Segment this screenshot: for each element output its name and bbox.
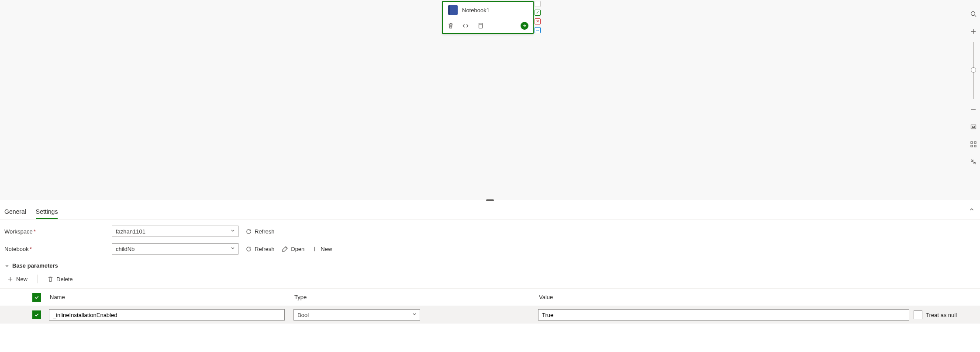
col-name: Name [49,294,293,300]
canvas-toolbar [967,5,980,171]
refresh-label: Refresh [255,246,275,252]
params-toolbar: New Delete [0,269,980,288]
param-new-button[interactable]: New [7,276,28,282]
search-icon[interactable] [967,5,980,23]
notebook-select[interactable]: childNb [112,243,238,254]
zoom-slider[interactable] [973,42,974,99]
divider [37,275,38,283]
chevron-down-icon [230,246,235,252]
activity-node[interactable]: Notebook1 [442,1,534,34]
svg-rect-4 [974,142,976,143]
treat-as-null[interactable]: Treat as null [914,310,975,319]
activity-header: Notebook1 [443,2,533,19]
notebook-row: Notebook* childNb Refresh Open New [4,243,976,254]
settings-form: Workspace* fazhan1101 Refresh Notebook* … [0,220,980,259]
panel-collapse-icon[interactable] [969,206,975,214]
notebook-open-button[interactable]: Open [282,246,305,252]
chevron-down-icon [412,312,417,318]
param-type-select[interactable]: Bool [293,309,420,321]
status-skip-icon[interactable]: → [535,27,541,33]
base-params-header[interactable]: Base parameters [0,259,980,269]
delete-icon[interactable] [447,22,454,29]
workspace-label: Workspace* [4,228,105,235]
properties-panel: General Settings Workspace* fazhan1101 R… [0,201,980,352]
zoom-thumb[interactable] [971,67,976,73]
zoom-in-icon[interactable] [967,23,980,40]
chevron-down-icon [230,228,235,235]
svg-rect-2 [971,125,976,129]
svg-point-1 [971,12,975,16]
workspace-label-text: Workspace [4,228,33,235]
workspace-row: Workspace* fazhan1101 Refresh [4,226,976,237]
col-type: Type [293,294,538,300]
open-label: Open [291,246,305,252]
new-label: New [321,246,332,252]
refresh-label: Refresh [255,228,275,235]
panel-tabs: General Settings [0,201,980,220]
param-delete-label: Delete [56,276,73,282]
pipeline-canvas[interactable]: Notebook1 [0,0,980,200]
row-checkbox[interactable] [32,310,41,319]
status-unknown-icon[interactable] [535,1,541,7]
notebook-icon [448,5,458,15]
svg-rect-6 [974,145,976,147]
param-value-input[interactable] [538,309,909,321]
workspace-select[interactable]: fazhan1101 [112,226,238,237]
notebook-label: Notebook* [4,246,105,252]
tab-settings[interactable]: Settings [36,206,58,219]
col-value: Value [538,294,914,300]
select-all-checkbox[interactable] [32,293,41,302]
param-delete-button[interactable]: Delete [47,276,73,282]
params-grid: Name Type Value Bool [0,288,980,324]
zoom-out-icon[interactable] [967,101,980,118]
notebook-refresh-button[interactable]: Refresh [245,246,275,252]
grid-header: Name Type Value [0,289,980,306]
collapse-icon[interactable] [967,153,980,171]
svg-rect-3 [971,142,973,143]
base-params-label: Base parameters [12,262,58,269]
status-success-icon[interactable]: ✓ [535,10,541,16]
notebook-new-button[interactable]: New [311,246,332,252]
svg-rect-5 [971,145,973,147]
param-row: Bool Treat as null [0,306,980,324]
layout-icon[interactable] [967,136,980,153]
svg-rect-0 [479,24,483,28]
status-fail-icon[interactable]: ✕ [535,18,541,24]
activity-toolbar [443,19,533,33]
param-type-value: Bool [297,312,309,318]
treat-as-null-label: Treat as null [926,312,957,318]
run-icon[interactable] [521,22,528,30]
status-column: ✓ ✕ → [535,1,542,33]
chevron-down-icon [4,263,10,268]
activity-node-wrap: Notebook1 [442,1,538,34]
param-new-label: New [16,276,28,282]
copy-icon[interactable] [477,22,484,29]
notebook-value: childNb [116,246,135,252]
workspace-refresh-button[interactable]: Refresh [245,228,275,235]
tab-general[interactable]: General [4,206,26,219]
activity-title: Notebook1 [462,7,490,14]
fit-icon[interactable] [967,118,980,136]
workspace-value: fazhan1101 [116,228,145,235]
notebook-label-text: Notebook [4,246,29,252]
code-icon[interactable] [462,22,469,29]
param-name-input[interactable] [49,309,285,321]
treat-as-null-checkbox[interactable] [914,310,922,319]
